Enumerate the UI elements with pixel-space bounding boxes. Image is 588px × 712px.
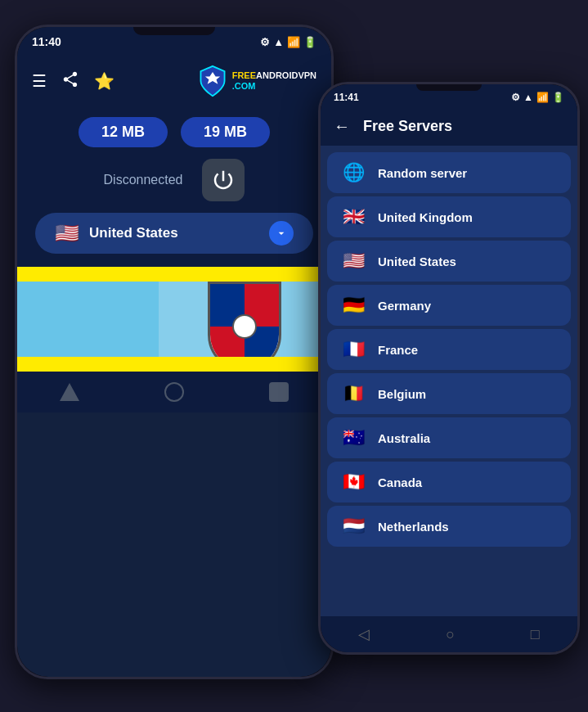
logo-text: FREEANDROIDVPN .COM (232, 70, 316, 92)
server-item[interactable]: 🇬🇧United Kingdom (327, 196, 571, 237)
server-item[interactable]: 🇩🇪Germany (327, 285, 571, 326)
phone2-device: 11:41 ⚙ ▲ 📶 🔋 ← Free Servers 🌐Random ser… (318, 82, 580, 655)
server-name-label: Random server (378, 166, 467, 180)
phone2-bottom-nav: ◁ ○ □ (321, 616, 577, 652)
download-stat: 12 MB (79, 117, 168, 147)
country-selector: 🇺🇸 United States (17, 213, 331, 267)
country-button[interactable]: 🇺🇸 United States (35, 213, 313, 254)
phone2-header: ← Free Servers (321, 110, 577, 146)
upload-stat: 19 MB (181, 117, 270, 147)
logo-area: FREEANDROIDVPN .COM (198, 65, 316, 97)
wifi-icon: ▲ (273, 36, 284, 48)
server-item[interactable]: 🇺🇸United States (327, 241, 571, 282)
server-flag-icon: 🌐 (340, 162, 366, 183)
flag-yellow-bottom (17, 357, 331, 372)
flag-display-area (17, 267, 331, 372)
home-nav-button2[interactable]: ○ (446, 626, 455, 643)
server-item[interactable]: 🇧🇪Belgium (327, 373, 571, 414)
back-nav-button[interactable] (60, 383, 79, 401)
server-name-label: France (378, 343, 418, 357)
chevron-down-icon[interactable] (269, 221, 294, 246)
scene: 11:40 ⚙ ▲ 📶 🔋 ☰ ⭐ (0, 0, 588, 712)
connection-status: Disconnected (104, 173, 183, 187)
phone1-notch (133, 27, 215, 35)
server-item[interactable]: 🇨🇦Canada (327, 462, 571, 502)
server-flag-icon: 🇬🇧 (340, 206, 366, 228)
phone2-status-icons: ⚙ ▲ 📶 🔋 (511, 92, 564, 103)
server-flag-icon: 🇦🇺 (340, 427, 366, 448)
back-nav-button2[interactable]: ◁ (358, 625, 370, 643)
server-flag-icon: 🇩🇪 (340, 295, 366, 316)
phone1-bottom-nav (17, 372, 331, 412)
flag-yellow-top (17, 267, 331, 282)
country-flag: 🇺🇸 (55, 222, 79, 245)
phone2-screen: 11:41 ⚙ ▲ 📶 🔋 ← Free Servers 🌐Random ser… (321, 84, 577, 652)
server-name-label: Belgium (378, 387, 426, 401)
rate-icon[interactable]: ⭐ (94, 71, 114, 91)
server-flag-icon: 🇨🇦 (340, 471, 366, 493)
settings-icon2: ⚙ (511, 92, 520, 103)
server-flag-icon: 🇫🇷 (340, 339, 366, 360)
country-name: United States (89, 225, 178, 241)
server-name-label: United Kingdom (378, 210, 473, 224)
power-button[interactable] (202, 159, 245, 201)
server-flag-icon: 🇧🇪 (340, 383, 366, 404)
phone2-notch (416, 84, 482, 91)
server-item[interactable]: 🇫🇷France (327, 329, 571, 370)
settings-icon: ⚙ (260, 36, 270, 48)
server-name-label: Germany (378, 299, 431, 313)
recent-nav-button[interactable] (269, 382, 289, 402)
home-nav-button[interactable] (164, 382, 184, 402)
server-flag-icon: 🇳🇱 (340, 516, 366, 537)
server-list: 🌐Random server🇬🇧United Kingdom🇺🇸United S… (321, 146, 577, 616)
server-item[interactable]: 🌐Random server (327, 152, 571, 193)
connection-row: Disconnected (17, 154, 331, 213)
page-title: Free Servers (363, 118, 452, 135)
server-item[interactable]: 🇦🇺Australia (327, 417, 571, 458)
server-name-label: Netherlands (378, 520, 449, 534)
server-name-label: United States (378, 255, 456, 268)
phone1-time: 11:40 (32, 35, 61, 48)
signal-icon: 📶 (287, 36, 300, 48)
battery-icon2: 🔋 (552, 92, 564, 103)
server-name-label: Australia (378, 431, 430, 445)
stats-row: 12 MB 19 MB (17, 106, 331, 154)
phone1-status-icons: ⚙ ▲ 📶 🔋 (260, 36, 316, 48)
back-button[interactable]: ← (334, 117, 350, 136)
phone1-top-nav: ☰ ⭐ FREEANDROIDVPN .COM (17, 56, 331, 106)
recent-nav-button2[interactable]: □ (531, 626, 540, 643)
server-name-label: Canada (378, 475, 422, 489)
phone1-device: 11:40 ⚙ ▲ 📶 🔋 ☰ ⭐ (15, 25, 334, 679)
signal-icon2: 📶 (536, 92, 549, 103)
logo-shield-icon (198, 65, 227, 97)
share-icon[interactable] (61, 70, 79, 92)
phone2-time: 11:41 (334, 92, 359, 103)
wifi-icon2: ▲ (523, 92, 533, 103)
server-item[interactable]: 🇳🇱Netherlands (327, 506, 571, 547)
menu-icon[interactable]: ☰ (32, 71, 47, 91)
nav-icons-left: ☰ ⭐ (32, 70, 114, 92)
server-flag-icon: 🇺🇸 (340, 250, 366, 272)
phone1-screen: 11:40 ⚙ ▲ 📶 🔋 ☰ ⭐ (17, 27, 331, 677)
battery-icon: 🔋 (303, 36, 316, 48)
